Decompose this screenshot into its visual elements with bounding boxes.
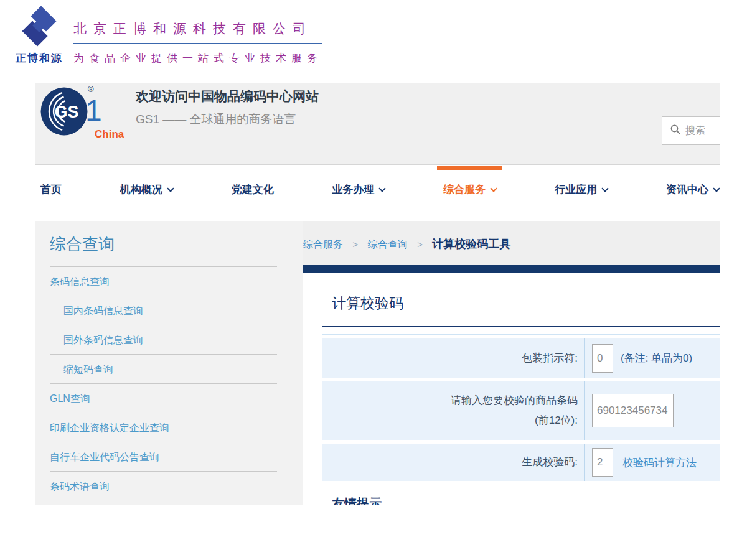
check-digit-panel: 计算校验码 包装指示符: (备注: 单品为0) 请输入您要校验的商品条码 (前 [303, 273, 720, 505]
sidebar-title: 综合查询 [50, 230, 277, 267]
welcome-title: 欢迎访问中国物品编码中心网站 [136, 88, 319, 105]
nav-item-services-active[interactable]: 综合服务 [443, 165, 496, 221]
packaging-indicator-label: 包装指示符: [322, 338, 585, 378]
navy-divider-bar [303, 265, 720, 273]
breadcrumb-link-query[interactable]: 综合查询 [368, 239, 408, 250]
welcome-subtitle: GS1 —— 全球通用的商务语言 [136, 111, 319, 128]
header-band: GS 1 ® China 欢迎访问中国物品编码中心网站 GS1 —— 全球通用的… [35, 83, 720, 165]
sidebar-item-foreign-barcode-query[interactable]: 国外条码信息查询 [50, 325, 277, 355]
gs1-one-text: 1 [85, 93, 102, 128]
search-box[interactable] [662, 116, 720, 145]
site-container: GS 1 ® China 欢迎访问中国物品编码中心网站 GS1 —— 全球通用的… [35, 83, 720, 505]
nav-item-party-culture[interactable]: 党建文化 [232, 165, 274, 221]
nav-item-industry-apps[interactable]: 行业应用 [555, 165, 608, 221]
breadcrumb-separator: > [352, 239, 358, 250]
gs1-china-label: China [95, 128, 124, 141]
sidebar-item-barcode-info-query[interactable]: 条码信息查询 [50, 267, 277, 296]
breadcrumb-link-services[interactable]: 综合服务 [303, 239, 343, 250]
nav-item-business[interactable]: 业务办理 [332, 165, 385, 221]
search-input[interactable] [685, 125, 718, 136]
form-row-barcode-input: 请输入您要校验的商品条码 (前12位): [322, 381, 720, 440]
brand-caption: 正博和源 [10, 51, 68, 65]
sidebar-item-domestic-barcode-query[interactable]: 国内条码信息查询 [50, 296, 277, 325]
company-name: 北京正博和源科技有限公司 [73, 20, 322, 44]
nav-item-news-center[interactable]: 资讯中心 [666, 165, 719, 221]
chevron-down-icon [713, 185, 720, 192]
chevron-down-icon [167, 185, 174, 192]
gs1-globe-icon: GS [40, 87, 88, 136]
form-row-packaging-indicator: 包装指示符: (备注: 单品为0) [322, 338, 720, 378]
check-digit-label: 生成校验码: [322, 444, 585, 481]
zhengbo-logo-icon [19, 39, 60, 49]
chevron-down-icon [601, 185, 608, 192]
sidebar-item-short-code-query[interactable]: 缩短码查询 [50, 355, 277, 384]
packaging-indicator-input[interactable] [592, 344, 613, 373]
company-tagline: 为食品企业提供一站式专业技术服务 [73, 51, 322, 65]
breadcrumb-current: 计算校验码工具 [432, 238, 510, 250]
chevron-down-icon [491, 185, 497, 192]
gs1-registered-mark: ® [88, 85, 94, 94]
sidebar-item-printing-enterprise-query[interactable]: 印刷企业资格认定企业查询 [50, 413, 277, 442]
svg-text:GS: GS [54, 103, 78, 121]
sidebar-item-gln-query[interactable]: GLN查询 [50, 384, 277, 413]
form-row-check-digit: 生成校验码: 校验码计算方法 [322, 444, 720, 481]
sidebar-item-barcode-terms-query[interactable]: 条码术语查询 [50, 472, 277, 501]
sidebar-query-menu: 综合查询 条码信息查询 国内条码信息查询 国外条码信息查询 缩短码查询 GLN查… [35, 221, 303, 505]
nav-item-home[interactable]: 首页 [40, 165, 62, 221]
barcode-input-label: 请输入您要校验的商品条码 (前12位): [322, 381, 585, 440]
sidebar-item-bicycle-enterprise-query[interactable]: 自行车企业代码公告查询 [50, 442, 277, 472]
calculation-method-link[interactable]: 校验码计算方法 [622, 455, 697, 470]
nav-item-about[interactable]: 机构概况 [120, 165, 173, 221]
barcode-input[interactable] [592, 394, 674, 427]
search-icon [670, 124, 680, 137]
packaging-indicator-note: (备注: 单品为0) [621, 351, 692, 365]
chevron-down-icon [379, 185, 386, 192]
tips-title: 友情提示 [332, 495, 720, 505]
title-rule [322, 326, 720, 327]
breadcrumb-separator: > [417, 239, 423, 250]
page-title: 计算校验码 [332, 294, 720, 313]
check-digit-output[interactable] [592, 448, 613, 477]
reseller-brand-block: 正博和源 北京正博和源科技有限公司 为食品企业提供一站式专业技术服务 [10, 2, 322, 65]
main-nav: 首页 机构概况 党建文化 业务办理 综合服务 行业应用 资讯中心 [35, 165, 720, 221]
check-digit-form: 包装指示符: (备注: 单品为0) 请输入您要校验的商品条码 (前12位): [322, 334, 720, 481]
breadcrumb: 综合服务 > 综合查询 > 计算校验码工具 [303, 221, 720, 265]
